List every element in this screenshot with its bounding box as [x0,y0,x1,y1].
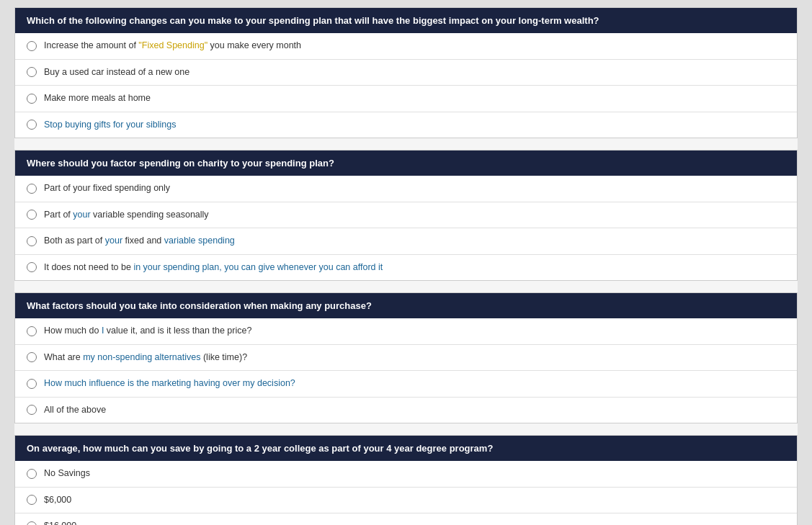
option-row-q4c[interactable]: $16,000 [15,513,797,525]
question-block-q3: What factors should you take into consid… [14,292,798,423]
label-q1c: Make more meals at home [44,92,151,105]
radio-q1d[interactable] [27,120,37,130]
label-q2d: It does not need to be in your spending … [44,261,383,274]
label-q4c: $16,000 [44,520,76,525]
radio-q1c[interactable] [27,94,37,104]
label-q4b: $6,000 [44,494,71,507]
label-q4a: No Savings [44,467,90,480]
label-q3c: How much influence is the marketing havi… [44,377,295,390]
question-header-q3: What factors should you take into consid… [15,293,797,318]
label-q3d: All of the above [44,404,106,417]
label-q1b: Buy a used car instead of a new one [44,66,189,79]
question-block-q2: Where should you factor spending on char… [14,150,798,281]
radio-q2d[interactable] [27,262,37,272]
option-row-q3a[interactable]: How much do I value it, and is it less t… [15,318,797,345]
option-row-q1a[interactable]: Increase the amount of "Fixed Spending" … [15,33,797,60]
radio-q2b[interactable] [27,210,37,220]
option-row-q2a[interactable]: Part of your fixed spending only [15,176,797,202]
radio-q1b[interactable] [27,67,37,77]
label-q1a: Increase the amount of "Fixed Spending" … [44,40,301,53]
option-row-q1d[interactable]: Stop buying gifts for your siblings [15,112,797,138]
option-row-q1b[interactable]: Buy a used car instead of a new one [15,60,797,86]
radio-q4c[interactable] [27,521,37,525]
radio-q3b[interactable] [27,352,37,362]
question-header-q2: Where should you factor spending on char… [15,151,797,176]
radio-q2a[interactable] [27,184,37,194]
option-row-q2d[interactable]: It does not need to be in your spending … [15,255,797,281]
radio-q3a[interactable] [27,326,37,336]
option-row-q2b[interactable]: Part of your variable spending seasonall… [15,202,797,229]
option-row-q3c[interactable]: How much influence is the marketing havi… [15,371,797,398]
question-header-q4: On average, how much can you save by goi… [15,436,797,461]
option-row-q3d[interactable]: All of the above [15,398,797,423]
radio-q4b[interactable] [27,495,37,505]
question-header-q1: Which of the following changes can you m… [15,8,797,33]
quiz-container: Which of the following changes can you m… [14,7,798,525]
question-block-q4: On average, how much can you save by goi… [14,435,798,525]
label-q1d: Stop buying gifts for your siblings [44,119,176,132]
label-q3a: How much do I value it, and is it less t… [44,325,251,338]
option-row-q2c[interactable]: Both as part of your fixed and variable … [15,228,797,255]
option-row-q4b[interactable]: $6,000 [15,488,797,514]
label-q2a: Part of your fixed spending only [44,182,170,195]
radio-q4a[interactable] [27,469,37,479]
label-q2c: Both as part of your fixed and variable … [44,235,235,248]
option-row-q3b[interactable]: What are my non-spending alternatives (l… [15,345,797,372]
radio-q1a[interactable] [27,41,37,51]
question-block-q1: Which of the following changes can you m… [14,7,798,138]
option-row-q4a[interactable]: No Savings [15,461,797,488]
label-q3b: What are my non-spending alternatives (l… [44,351,247,364]
radio-q2c[interactable] [27,236,37,246]
radio-q3d[interactable] [27,405,37,415]
label-q2b: Part of your variable spending seasonall… [44,209,209,222]
option-row-q1c[interactable]: Make more meals at home [15,86,797,112]
radio-q3c[interactable] [27,379,37,389]
